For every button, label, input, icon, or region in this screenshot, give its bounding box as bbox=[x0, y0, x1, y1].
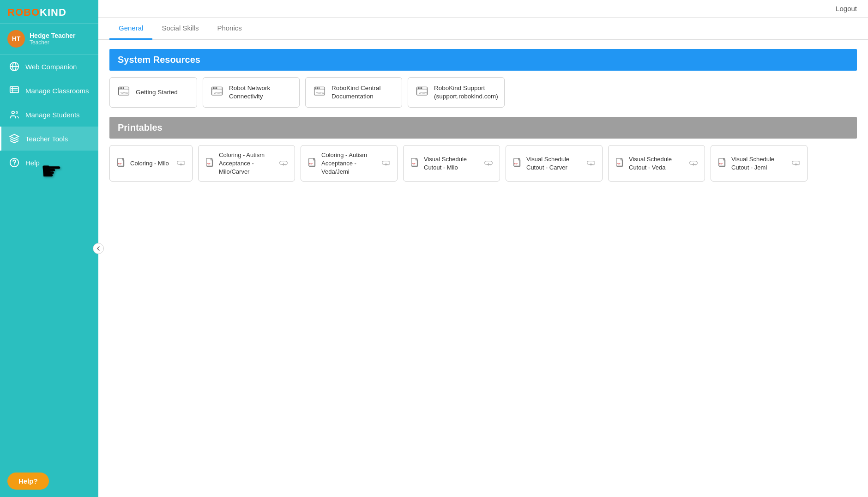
resource-card-robokind-central-label: RoboKind Central Documentation bbox=[332, 84, 394, 101]
resource-card-robokind-central[interactable]: WWW RoboKind Central Documentation bbox=[305, 77, 402, 108]
svg-text:PDF: PDF bbox=[412, 162, 416, 164]
cloud-download-icon-visual-schedule-carver bbox=[586, 158, 596, 169]
pdf-icon-autism-veda-jemi: PDF bbox=[307, 158, 318, 170]
tab-phonics[interactable]: Phonics bbox=[208, 18, 251, 40]
svg-point-25 bbox=[420, 88, 421, 89]
top-bar: Logout bbox=[98, 0, 868, 18]
resource-card-robot-network[interactable]: WWW Robot Network Connectivity bbox=[203, 77, 300, 108]
main-content: Logout General Social Skills Phonics Sys… bbox=[98, 0, 868, 497]
nav-items: Web Companion Manage Classrooms Manage S… bbox=[0, 55, 98, 465]
svg-point-20 bbox=[317, 88, 318, 89]
logo-rk: ROBO bbox=[7, 6, 40, 18]
svg-point-26 bbox=[421, 88, 422, 89]
printable-card-autism-milo-carver-label: Coloring - Autism Acceptance - Milo/Carv… bbox=[219, 151, 274, 176]
sidebar-item-manage-students[interactable]: Manage Students bbox=[0, 103, 98, 127]
sidebar-item-manage-students-label: Manage Students bbox=[25, 111, 80, 119]
sidebar-item-web-companion-label: Web Companion bbox=[25, 63, 77, 71]
svg-text:PDF: PDF bbox=[207, 162, 211, 164]
content-area: General Social Skills Phonics System Res… bbox=[98, 18, 868, 497]
svg-text:WWW: WWW bbox=[214, 91, 222, 94]
pdf-icon-visual-schedule-milo: PDF bbox=[410, 158, 420, 170]
printable-card-visual-schedule-carver-label: Visual Schedule Cutout - Carver bbox=[526, 155, 582, 171]
manage-students-icon bbox=[9, 109, 20, 120]
user-section: HT Hedge Teacher Teacher bbox=[0, 24, 98, 55]
resource-card-robokind-support-label: RoboKind Support (support.robokind.com) bbox=[434, 84, 498, 101]
svg-point-10 bbox=[121, 88, 122, 89]
pdf-icon-coloring-milo: PDF bbox=[116, 158, 127, 170]
user-role: Teacher bbox=[30, 39, 75, 46]
svg-text:PDF: PDF bbox=[719, 162, 723, 164]
printable-card-coloring-autism-veda-jemi[interactable]: PDF Coloring - Autism Acceptance - Veda/… bbox=[301, 145, 398, 182]
svg-point-9 bbox=[120, 88, 121, 89]
logo-kind: KIND bbox=[40, 6, 66, 18]
logout-button[interactable]: Logout bbox=[836, 5, 857, 12]
svg-point-16 bbox=[216, 88, 217, 89]
manage-classrooms-icon bbox=[9, 85, 20, 96]
pdf-icon-autism-milo-carver: PDF bbox=[205, 158, 215, 170]
tab-general[interactable]: General bbox=[109, 18, 152, 40]
logo: ROBOKIND bbox=[0, 0, 98, 24]
printable-card-visual-schedule-jemi-label: Visual Schedule Cutout - Jemi bbox=[731, 155, 787, 171]
pdf-icon-visual-schedule-jemi: PDF bbox=[717, 158, 728, 170]
sidebar-item-teacher-tools-label: Teacher Tools bbox=[25, 135, 68, 143]
www-icon-robot-network: WWW bbox=[211, 85, 223, 100]
svg-rect-3 bbox=[10, 87, 18, 93]
user-name: Hedge Teacher bbox=[30, 32, 75, 39]
printables-header: Printables bbox=[109, 117, 857, 139]
printables-grid: PDF Coloring - Milo bbox=[109, 145, 857, 182]
system-resources-grid: WWW Getting Started WWW bbox=[109, 77, 857, 108]
svg-point-4 bbox=[12, 111, 15, 114]
printable-card-visual-schedule-veda[interactable]: PDF Visual Schedule Cutout - Veda bbox=[608, 145, 705, 182]
svg-text:PDF: PDF bbox=[118, 162, 122, 164]
svg-text:WWW: WWW bbox=[316, 91, 325, 94]
svg-text:PDF: PDF bbox=[617, 162, 621, 164]
resource-card-robokind-support[interactable]: WWW RoboKind Support (support.robokind.c… bbox=[408, 77, 505, 108]
svg-point-7 bbox=[14, 164, 15, 165]
svg-text:WWW: WWW bbox=[121, 91, 129, 94]
printable-card-autism-veda-jemi-label: Coloring - Autism Acceptance - Veda/Jemi bbox=[321, 151, 377, 176]
cloud-download-icon-autism-milo-carver bbox=[279, 158, 288, 169]
resource-card-getting-started[interactable]: WWW Getting Started bbox=[109, 77, 197, 108]
svg-point-24 bbox=[418, 88, 419, 89]
sidebar: ROBOKIND HT Hedge Teacher Teacher Web Co… bbox=[0, 0, 98, 497]
system-resources-header: System Resources bbox=[109, 49, 857, 71]
help-button[interactable]: Help? bbox=[7, 473, 49, 490]
svg-text:PDF: PDF bbox=[514, 162, 518, 164]
printable-card-coloring-milo[interactable]: PDF Coloring - Milo bbox=[109, 145, 193, 182]
content-body: System Resources WWW Getting bbox=[98, 49, 868, 193]
sidebar-item-help[interactable]: Help bbox=[0, 151, 98, 175]
svg-point-21 bbox=[319, 88, 319, 89]
resource-card-robot-network-label: Robot Network Connectivity bbox=[229, 84, 292, 101]
printable-card-coloring-autism-milo-carver[interactable]: PDF Coloring - Autism Acceptance - Milo/… bbox=[198, 145, 295, 182]
cloud-download-icon-autism-veda-jemi bbox=[381, 158, 391, 169]
teacher-tools-icon bbox=[9, 133, 20, 144]
cloud-download-icon-coloring-milo bbox=[176, 158, 186, 169]
avatar: HT bbox=[7, 30, 25, 48]
printable-card-visual-schedule-veda-label: Visual Schedule Cutout - Veda bbox=[629, 155, 684, 171]
printable-card-visual-schedule-carver[interactable]: PDF Visual Schedule Cutout - Carver bbox=[506, 145, 603, 182]
pdf-icon-visual-schedule-carver: PDF bbox=[512, 158, 523, 170]
svg-point-11 bbox=[123, 88, 124, 89]
svg-point-15 bbox=[215, 88, 216, 89]
printable-card-visual-schedule-jemi[interactable]: PDF Visual Schedule Cutout - Jemi bbox=[711, 145, 808, 182]
cloud-download-icon-visual-schedule-veda bbox=[689, 158, 698, 169]
tab-social-skills[interactable]: Social Skills bbox=[152, 18, 208, 40]
printable-card-visual-schedule-milo[interactable]: PDF Visual Schedule Cutout - Milo bbox=[403, 145, 500, 182]
svg-text:WWW: WWW bbox=[419, 91, 427, 94]
svg-text:PDF: PDF bbox=[309, 162, 313, 164]
sidebar-item-web-companion[interactable]: Web Companion bbox=[0, 55, 98, 79]
printable-card-coloring-milo-label: Coloring - Milo bbox=[130, 159, 169, 168]
sidebar-item-teacher-tools[interactable]: Teacher Tools bbox=[0, 127, 98, 151]
cloud-download-icon-visual-schedule-jemi bbox=[791, 158, 801, 169]
cloud-download-icon-visual-schedule-milo bbox=[484, 158, 493, 169]
resource-card-getting-started-label: Getting Started bbox=[136, 88, 178, 97]
sidebar-collapse-button[interactable] bbox=[93, 243, 104, 254]
www-icon-robokind-support: WWW bbox=[416, 85, 428, 100]
tabs: General Social Skills Phonics bbox=[98, 18, 868, 40]
pdf-icon-visual-schedule-veda: PDF bbox=[615, 158, 625, 170]
sidebar-item-manage-classrooms[interactable]: Manage Classrooms bbox=[0, 79, 98, 103]
help-icon bbox=[9, 157, 20, 168]
sidebar-item-manage-classrooms-label: Manage Classrooms bbox=[25, 87, 89, 95]
svg-point-14 bbox=[213, 88, 214, 89]
printable-card-visual-schedule-milo-label: Visual Schedule Cutout - Milo bbox=[424, 155, 479, 171]
